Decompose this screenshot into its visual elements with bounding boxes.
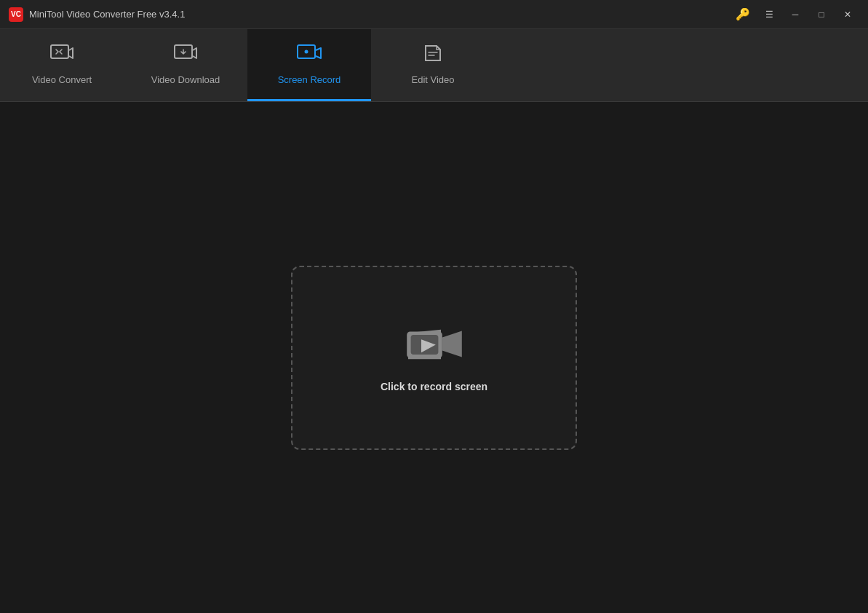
close-icon: ✕ xyxy=(844,10,851,19)
menu-button[interactable]: ☰ xyxy=(757,4,781,25)
key-button[interactable]: 🔑 xyxy=(731,4,754,25)
minimize-icon: ─ xyxy=(792,10,799,19)
tab-video-convert-label: Video Convert xyxy=(32,74,92,85)
record-label: Click to record screen xyxy=(381,381,487,392)
screen-record-icon xyxy=(297,43,322,68)
record-area[interactable]: Click to record screen xyxy=(291,266,577,450)
main-content: Click to record screen xyxy=(0,102,868,613)
video-download-icon xyxy=(174,43,197,68)
tab-screen-record-label: Screen Record xyxy=(278,74,341,85)
maximize-icon: □ xyxy=(819,10,824,19)
tab-video-download-label: Video Download xyxy=(151,74,220,85)
video-convert-icon xyxy=(50,43,73,68)
maximize-button[interactable]: □ xyxy=(810,4,833,25)
title-bar-left: VC MiniTool Video Converter Free v3.4.1 xyxy=(9,7,185,22)
minimize-button[interactable]: ─ xyxy=(784,4,807,25)
menu-icon: ☰ xyxy=(765,10,773,19)
svg-point-3 xyxy=(305,50,308,54)
tab-video-download[interactable]: Video Download xyxy=(124,29,247,101)
close-button[interactable]: ✕ xyxy=(836,4,859,25)
tab-screen-record[interactable]: Screen Record xyxy=(247,29,371,101)
edit-video-icon xyxy=(422,43,444,68)
camera-record-icon xyxy=(402,323,467,366)
nav-tabs: Video Convert Video Download Screen Reco… xyxy=(0,29,868,102)
app-title: MiniTool Video Converter Free v3.4.1 xyxy=(29,9,185,20)
title-bar-controls: 🔑 ☰ ─ □ ✕ xyxy=(731,4,859,25)
title-bar: VC MiniTool Video Converter Free v3.4.1 … xyxy=(0,0,868,29)
app-logo: VC xyxy=(9,7,23,22)
tab-edit-video[interactable]: Edit Video xyxy=(371,29,495,101)
tab-video-convert[interactable]: Video Convert xyxy=(0,29,124,101)
key-icon: 🔑 xyxy=(736,7,750,21)
tab-edit-video-label: Edit Video xyxy=(411,74,454,85)
